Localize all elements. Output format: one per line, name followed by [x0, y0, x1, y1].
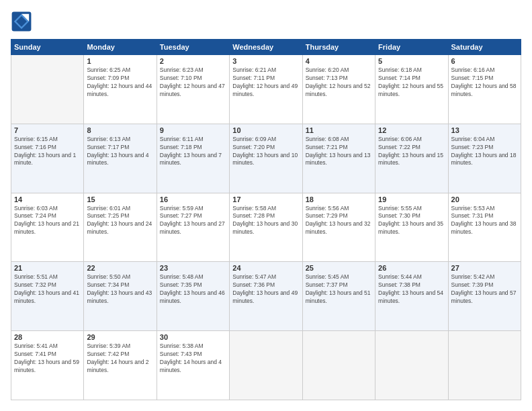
calendar-day-cell: 26Sunrise: 5:44 AMSunset: 7:38 PMDayligh… — [375, 262, 448, 331]
calendar-day-cell: 2Sunrise: 6:23 AMSunset: 7:10 PMDaylight… — [157, 55, 229, 124]
day-number: 30 — [160, 333, 226, 341]
calendar-day-cell: 28Sunrise: 5:41 AMSunset: 7:41 PMDayligh… — [11, 331, 84, 400]
calendar-day-cell: 3Sunrise: 6:21 AMSunset: 7:11 PMDaylight… — [230, 55, 302, 124]
day-number: 28 — [14, 333, 81, 341]
calendar-day-cell: 22Sunrise: 5:50 AMSunset: 7:34 PMDayligh… — [84, 262, 157, 331]
calendar-week-row: 7Sunrise: 6:15 AMSunset: 7:16 PMDaylight… — [11, 124, 521, 193]
day-info: Sunrise: 5:47 AMSunset: 7:36 PMDaylight:… — [232, 273, 299, 306]
day-info: Sunrise: 6:01 AMSunset: 7:25 PMDaylight:… — [87, 205, 153, 237]
calendar-day-cell: 27Sunrise: 5:42 AMSunset: 7:39 PMDayligh… — [448, 262, 521, 331]
calendar-day-cell: 4Sunrise: 6:20 AMSunset: 7:13 PMDaylight… — [302, 55, 375, 124]
day-info: Sunrise: 6:23 AMSunset: 7:10 PMDaylight:… — [160, 66, 226, 99]
day-info: Sunrise: 6:15 AMSunset: 7:16 PMDaylight:… — [14, 136, 81, 168]
calendar-day-cell: 8Sunrise: 6:13 AMSunset: 7:17 PMDaylight… — [84, 124, 157, 193]
calendar-header-row: SundayMondayTuesdayWednesdayThursdayFrid… — [11, 40, 521, 55]
day-info: Sunrise: 6:08 AMSunset: 7:21 PMDaylight:… — [306, 136, 372, 168]
day-info: Sunrise: 6:11 AMSunset: 7:18 PMDaylight:… — [160, 136, 226, 168]
day-info: Sunrise: 5:44 AMSunset: 7:38 PMDaylight:… — [378, 273, 445, 306]
calendar-header-friday: Friday — [375, 40, 448, 55]
day-info: Sunrise: 5:58 AMSunset: 7:28 PMDaylight:… — [232, 205, 299, 237]
day-number: 24 — [232, 264, 299, 272]
calendar-day-cell: 17Sunrise: 5:58 AMSunset: 7:28 PMDayligh… — [230, 193, 302, 262]
calendar-week-row: 1Sunrise: 6:25 AMSunset: 7:09 PMDaylight… — [11, 55, 521, 124]
calendar-week-row: 14Sunrise: 6:03 AMSunset: 7:24 PMDayligh… — [11, 193, 521, 262]
day-info: Sunrise: 6:16 AMSunset: 7:15 PMDaylight:… — [451, 66, 518, 99]
day-number: 25 — [306, 264, 372, 272]
day-number: 17 — [232, 195, 299, 203]
day-info: Sunrise: 5:41 AMSunset: 7:41 PMDaylight:… — [14, 342, 81, 375]
day-info: Sunrise: 6:25 AMSunset: 7:09 PMDaylight:… — [87, 66, 153, 99]
calendar-header-thursday: Thursday — [302, 40, 375, 55]
calendar-week-row: 28Sunrise: 5:41 AMSunset: 7:41 PMDayligh… — [11, 331, 521, 400]
header — [11, 11, 521, 32]
day-number: 15 — [87, 195, 153, 203]
day-number: 12 — [378, 126, 445, 134]
day-info: Sunrise: 6:13 AMSunset: 7:17 PMDaylight:… — [87, 136, 153, 168]
day-info: Sunrise: 6:04 AMSunset: 7:23 PMDaylight:… — [451, 136, 518, 168]
calendar-day-cell — [375, 331, 448, 400]
day-info: Sunrise: 5:39 AMSunset: 7:42 PMDaylight:… — [87, 342, 153, 375]
calendar-day-cell — [302, 331, 375, 400]
calendar-day-cell: 19Sunrise: 5:55 AMSunset: 7:30 PMDayligh… — [375, 193, 448, 262]
day-number: 1 — [87, 57, 153, 65]
day-info: Sunrise: 5:53 AMSunset: 7:31 PMDaylight:… — [451, 205, 518, 237]
day-info: Sunrise: 5:51 AMSunset: 7:32 PMDaylight:… — [14, 273, 81, 306]
day-number: 3 — [232, 57, 299, 65]
calendar-day-cell — [11, 55, 84, 124]
day-info: Sunrise: 6:20 AMSunset: 7:13 PMDaylight:… — [306, 66, 372, 99]
calendar-day-cell: 12Sunrise: 6:06 AMSunset: 7:22 PMDayligh… — [375, 124, 448, 193]
day-info: Sunrise: 5:50 AMSunset: 7:34 PMDaylight:… — [87, 273, 153, 306]
day-info: Sunrise: 6:09 AMSunset: 7:20 PMDaylight:… — [232, 136, 299, 168]
calendar-header-saturday: Saturday — [448, 40, 521, 55]
day-info: Sunrise: 5:56 AMSunset: 7:29 PMDaylight:… — [306, 205, 372, 237]
day-info: Sunrise: 6:21 AMSunset: 7:11 PMDaylight:… — [232, 66, 299, 99]
calendar-day-cell — [230, 331, 302, 400]
calendar-table: SundayMondayTuesdayWednesdayThursdayFrid… — [11, 39, 521, 400]
day-number: 19 — [378, 195, 445, 203]
day-info: Sunrise: 5:55 AMSunset: 7:30 PMDaylight:… — [378, 205, 445, 237]
day-number: 4 — [306, 57, 372, 65]
calendar-header-sunday: Sunday — [11, 40, 84, 55]
calendar-day-cell: 20Sunrise: 5:53 AMSunset: 7:31 PMDayligh… — [448, 193, 521, 262]
day-number: 29 — [87, 333, 153, 341]
day-info: Sunrise: 5:45 AMSunset: 7:37 PMDaylight:… — [306, 273, 372, 306]
calendar-day-cell: 9Sunrise: 6:11 AMSunset: 7:18 PMDaylight… — [157, 124, 229, 193]
day-number: 11 — [306, 126, 372, 134]
day-number: 21 — [14, 264, 81, 272]
day-number: 20 — [451, 195, 518, 203]
day-info: Sunrise: 6:03 AMSunset: 7:24 PMDaylight:… — [14, 205, 81, 237]
calendar-day-cell: 29Sunrise: 5:39 AMSunset: 7:42 PMDayligh… — [84, 331, 157, 400]
day-info: Sunrise: 5:59 AMSunset: 7:27 PMDaylight:… — [160, 205, 226, 237]
day-number: 13 — [451, 126, 518, 134]
calendar-day-cell: 21Sunrise: 5:51 AMSunset: 7:32 PMDayligh… — [11, 262, 84, 331]
day-number: 23 — [160, 264, 226, 272]
logo — [11, 11, 35, 32]
calendar-header-monday: Monday — [84, 40, 157, 55]
day-number: 10 — [232, 126, 299, 134]
calendar-day-cell: 7Sunrise: 6:15 AMSunset: 7:16 PMDaylight… — [11, 124, 84, 193]
calendar-day-cell: 14Sunrise: 6:03 AMSunset: 7:24 PMDayligh… — [11, 193, 84, 262]
calendar-week-row: 21Sunrise: 5:51 AMSunset: 7:32 PMDayligh… — [11, 262, 521, 331]
calendar-day-cell: 1Sunrise: 6:25 AMSunset: 7:09 PMDaylight… — [84, 55, 157, 124]
calendar-day-cell: 11Sunrise: 6:08 AMSunset: 7:21 PMDayligh… — [302, 124, 375, 193]
day-number: 9 — [160, 126, 226, 134]
day-info: Sunrise: 5:48 AMSunset: 7:35 PMDaylight:… — [160, 273, 226, 306]
day-info: Sunrise: 5:42 AMSunset: 7:39 PMDaylight:… — [451, 273, 518, 306]
calendar-day-cell: 30Sunrise: 5:38 AMSunset: 7:43 PMDayligh… — [157, 331, 229, 400]
calendar-day-cell — [448, 331, 521, 400]
day-number: 5 — [378, 57, 445, 65]
calendar-day-cell: 15Sunrise: 6:01 AMSunset: 7:25 PMDayligh… — [84, 193, 157, 262]
day-info: Sunrise: 6:06 AMSunset: 7:22 PMDaylight:… — [378, 136, 445, 168]
day-number: 14 — [14, 195, 81, 203]
calendar-day-cell: 24Sunrise: 5:47 AMSunset: 7:36 PMDayligh… — [230, 262, 302, 331]
day-number: 16 — [160, 195, 226, 203]
day-number: 22 — [87, 264, 153, 272]
calendar-day-cell: 16Sunrise: 5:59 AMSunset: 7:27 PMDayligh… — [157, 193, 229, 262]
day-number: 18 — [306, 195, 372, 203]
day-info: Sunrise: 5:38 AMSunset: 7:43 PMDaylight:… — [160, 342, 226, 375]
logo-icon — [11, 11, 32, 32]
calendar-day-cell: 25Sunrise: 5:45 AMSunset: 7:37 PMDayligh… — [302, 262, 375, 331]
day-number: 27 — [451, 264, 518, 272]
calendar-day-cell: 18Sunrise: 5:56 AMSunset: 7:29 PMDayligh… — [302, 193, 375, 262]
day-number: 7 — [14, 126, 81, 134]
